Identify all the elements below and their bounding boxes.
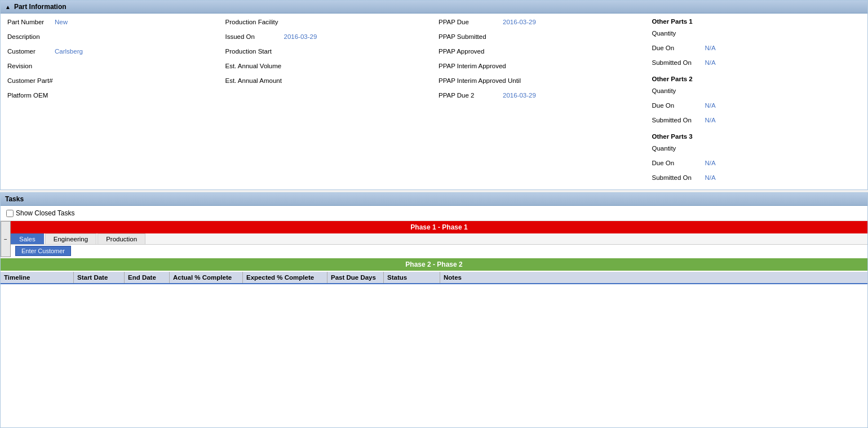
op2-submitted-on-label: Submitted On	[652, 116, 703, 125]
op2-quantity-field: Quantity	[652, 87, 857, 98]
ppap-approved-label: PPAP Approved	[439, 47, 501, 56]
phase1-bar: Phase 1 - Phase 1	[11, 221, 867, 233]
panel-icon: ▲	[5, 4, 11, 10]
ppap-due2-field: PPAP Due 2 2016-03-29	[439, 91, 643, 103]
col-header-actual-pct: Actual % Complete	[170, 272, 243, 283]
phase2-bar: Phase 2 - Phase 2	[1, 258, 867, 271]
op2-submitted-on-value: N/A	[705, 116, 716, 125]
est-annual-vol-field: Est. Annual Volume	[225, 62, 430, 73]
other-parts-1-label: Other Parts 1	[652, 18, 857, 25]
ppap-due2-label: PPAP Due 2	[439, 91, 501, 100]
est-annual-amt-label: Est. Annual Amount	[225, 77, 282, 85]
op3-quantity-field: Quantity	[652, 144, 857, 156]
revision-label: Revision	[7, 62, 52, 70]
op1-submitted-on-value: N/A	[705, 59, 716, 67]
op2-submitted-on-field: Submitted On N/A	[652, 116, 857, 127]
col-header-status: Status	[384, 272, 440, 283]
prod-start-label: Production Start	[225, 47, 282, 56]
col-header-expected-pct: Expected % Complete	[243, 272, 327, 283]
part-info-col4: Other Parts 1 Quantity Due On N/A Submit…	[648, 18, 861, 185]
tab-sales[interactable]: Sales	[11, 233, 44, 244]
col-headers-row: Timeline Start Date End Date Actual % Co…	[1, 272, 867, 284]
customer-part-label: Customer Part#	[7, 77, 53, 85]
phase1-container: − Phase 1 - Phase 1 Sales Engineering Pr…	[1, 221, 867, 257]
tasks-header: Tasks	[1, 193, 867, 206]
est-annual-amt-field: Est. Annual Amount	[225, 77, 430, 88]
part-info-title: Part Information	[14, 3, 67, 11]
op2-due-on-field: Due On N/A	[652, 102, 857, 113]
revision-field: Revision	[7, 62, 216, 73]
prod-facility-field: Production Facility	[225, 18, 430, 29]
col-header-end-date: End Date	[125, 272, 170, 283]
op2-due-on-label: Due On	[652, 102, 703, 110]
op2-quantity-label: Quantity	[652, 87, 703, 95]
ppap-due-label: PPAP Due	[439, 18, 501, 27]
tasks-toolbar: Show Closed Tasks	[1, 206, 867, 221]
part-info-col1: Part Number New Description Customer Car…	[7, 18, 221, 185]
part-info-col3: PPAP Due 2016-03-29 PPAP Submitted PPAP …	[434, 18, 648, 185]
phase1-content: Phase 1 - Phase 1 Sales Engineering Prod…	[11, 221, 867, 257]
phase2-label: Phase 2 - Phase 2	[405, 261, 462, 268]
enter-customer-btn[interactable]: Enter Customer	[15, 246, 71, 256]
customer-value: Carlsberg	[55, 47, 83, 56]
description-field: Description	[7, 33, 216, 44]
part-info-col2: Production Facility Issued On 2016-03-29…	[221, 18, 435, 185]
issued-on-field: Issued On 2016-03-29	[225, 33, 430, 44]
part-info-header: ▲ Part Information	[1, 1, 867, 14]
ppap-interim-approved-field: PPAP Interim Approved	[439, 62, 643, 73]
op3-submitted-on-value: N/A	[705, 174, 716, 182]
other-parts-3-label: Other Parts 3	[652, 133, 857, 140]
part-number-field: Part Number New	[7, 18, 216, 29]
show-closed-tasks-text: Show Closed Tasks	[16, 209, 75, 217]
ppap-due-value: 2016-03-29	[503, 18, 536, 27]
op1-submitted-on-field: Submitted On N/A	[652, 59, 857, 70]
show-closed-tasks-label[interactable]: Show Closed Tasks	[6, 209, 75, 217]
phase1-collapse-btn[interactable]: −	[1, 221, 11, 257]
op1-submitted-on-label: Submitted On	[652, 59, 703, 67]
show-closed-tasks-checkbox[interactable]	[6, 210, 14, 217]
op2-due-on-value: N/A	[705, 102, 716, 110]
task-area: − Phase 1 - Phase 1 Sales Engineering Pr…	[1, 221, 867, 284]
ppap-interim-approved-label: PPAP Interim Approved	[439, 62, 506, 70]
ppap-submitted-field: PPAP Submitted	[439, 33, 643, 44]
ppap-due-field: PPAP Due 2016-03-29	[439, 18, 643, 29]
op3-due-on-field: Due On N/A	[652, 159, 857, 170]
op3-due-on-value: N/A	[705, 159, 716, 167]
op3-submitted-on-label: Submitted On	[652, 174, 703, 182]
op1-quantity-field: Quantity	[652, 29, 857, 41]
col-header-start-date: Start Date	[74, 272, 125, 283]
op3-quantity-label: Quantity	[652, 144, 703, 153]
phase1-label: Phase 1 - Phase 1	[410, 223, 467, 231]
prod-facility-label: Production Facility	[225, 18, 282, 27]
tab-production[interactable]: Production	[98, 233, 145, 244]
other-parts-2-label: Other Parts 2	[652, 76, 857, 82]
est-annual-vol-label: Est. Annual Volume	[225, 62, 282, 70]
customer-part-field: Customer Part#	[7, 77, 216, 88]
col-header-timeline: Timeline	[1, 272, 74, 283]
ppap-interim-until-field: PPAP Interim Approved Until	[439, 77, 643, 88]
col-header-past-due: Past Due Days	[327, 272, 384, 283]
col-header-notes: Notes	[440, 272, 513, 283]
part-number-label: Part Number	[7, 18, 52, 27]
platform-oem-label: Platform OEM	[7, 91, 52, 100]
part-number-value: New	[55, 18, 68, 27]
op1-due-on-label: Due On	[652, 44, 703, 52]
platform-oem-field: Platform OEM	[7, 91, 216, 103]
ppap-due2-value: 2016-03-29	[503, 91, 536, 100]
description-label: Description	[7, 33, 52, 41]
tasks-title: Tasks	[5, 195, 24, 203]
tab-engineering[interactable]: Engineering	[45, 233, 96, 244]
issued-on-value: 2016-03-29	[284, 33, 317, 41]
phase1-subtab-row: Enter Customer	[11, 245, 867, 257]
ppap-submitted-label: PPAP Submitted	[439, 33, 501, 41]
ppap-approved-field: PPAP Approved	[439, 47, 643, 59]
customer-label: Customer	[7, 47, 52, 56]
op3-submitted-on-field: Submitted On N/A	[652, 174, 857, 185]
ppap-interim-until-label: PPAP Interim Approved Until	[439, 77, 521, 85]
part-info-panel: ▲ Part Information Part Number New Descr…	[0, 0, 868, 190]
issued-on-label: Issued On	[225, 33, 282, 41]
op1-due-on-field: Due On N/A	[652, 44, 857, 55]
prod-start-field: Production Start	[225, 47, 430, 59]
op1-due-on-value: N/A	[705, 44, 716, 52]
tasks-panel: Tasks Show Closed Tasks − Phase 1 - Phas…	[0, 192, 868, 428]
